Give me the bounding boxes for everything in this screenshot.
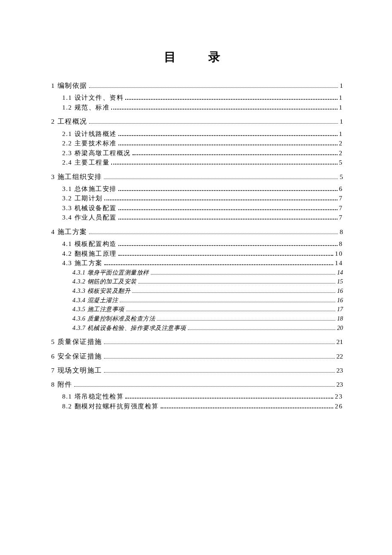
toc-leader	[132, 292, 335, 293]
toc-entry: 2.1 设计线路概述1	[51, 129, 343, 139]
toc-label: 3.1 总体施工安排	[62, 184, 117, 194]
toc-leader	[120, 302, 335, 302]
toc-label: 3 施工组织安排	[51, 172, 102, 182]
toc-label: 2 工程概况	[51, 116, 87, 126]
toc-entry: 7 现场文明施工23	[51, 365, 343, 375]
toc-page: 20	[337, 324, 343, 333]
toc-leader	[104, 372, 335, 373]
toc-entry: 1.2 规范、标准1	[51, 103, 343, 113]
toc-leader	[104, 179, 338, 179]
toc-leader	[118, 135, 337, 136]
toc-page: 7	[339, 213, 343, 223]
toc-page: 15	[337, 277, 343, 286]
toc-entry: 3 施工组织安排5	[51, 172, 343, 182]
toc-page: 2	[339, 148, 343, 158]
toc-page: 8	[340, 227, 343, 237]
toc-label: 1.2 规范、标准	[62, 103, 110, 113]
toc-leader	[125, 398, 333, 399]
toc-entry: 3.4 作业人员配置7	[51, 213, 343, 223]
toc-page: 16	[337, 286, 343, 296]
toc-page: 17	[337, 305, 343, 314]
toc-label: 4.3.3 模板安装及翻升	[72, 286, 130, 296]
toc-entry: 8.2 翻模对拉螺杆抗剪强度检算26	[51, 402, 343, 411]
toc-label: 1 编制依据	[51, 81, 87, 90]
toc-page: 23	[335, 392, 343, 402]
toc-entry: 2 工程概况1	[51, 116, 343, 126]
toc-leader	[89, 234, 338, 234]
toc-label: 4.3.7 机械设备检验、操作要求及注意事项	[72, 324, 186, 333]
toc-page: 1	[340, 81, 343, 90]
toc-label: 8 附件	[51, 379, 72, 389]
toc-entry: 1 编制依据1	[51, 81, 343, 90]
toc-leader	[111, 164, 337, 165]
toc-entry: 4.3.7 机械设备检验、操作要求及注意事项20	[51, 324, 343, 333]
toc-page: 8	[339, 239, 343, 249]
toc-label: 7 现场文明施工	[51, 365, 102, 375]
toc-label: 3.3 机械设备配置	[62, 203, 117, 213]
toc-label: 4.3.2 钢筋的加工及安装	[72, 277, 137, 286]
toc-page: 6	[339, 184, 343, 194]
toc-label: 5 质量保证措施	[51, 337, 102, 347]
toc-page: 21	[337, 337, 343, 347]
toc-label: 4.3.4 混凝土灌注	[72, 296, 118, 305]
toc-leader	[118, 245, 337, 246]
toc-entry: 4.3.4 混凝土灌注16	[51, 296, 343, 305]
toc-leader	[74, 386, 335, 387]
toc-leader	[125, 99, 337, 100]
toc-page: 14	[337, 268, 343, 278]
toc-entry: 4.3.5 施工注意事项17	[51, 305, 343, 314]
toc-label: 3.4 作业人员配置	[62, 213, 117, 223]
toc-entry: 4.3.3 模板安装及翻升16	[51, 286, 343, 296]
toc-label: 4.3.1 墩身平面位置测量放样	[72, 268, 149, 278]
table-of-contents: 1 编制依据11.1 设计文件、资料11.2 规范、标准12 工程概况12.1 …	[51, 81, 343, 411]
toc-leader	[133, 154, 337, 155]
toc-page: 16	[337, 296, 343, 305]
toc-entry: 8.1 塔吊稳定性检算23	[51, 392, 343, 402]
page-title: 目 录	[51, 49, 343, 65]
toc-entry: 3.2 工期计划7	[51, 194, 343, 203]
toc-page: 23	[337, 365, 343, 375]
toc-entry: 4.3.2 钢筋的加工及安装15	[51, 277, 343, 286]
toc-label: 1.1 设计文件、资料	[62, 93, 124, 103]
toc-entry: 3.3 机械设备配置7	[51, 203, 343, 213]
toc-leader	[161, 408, 334, 408]
toc-label: 4.3.6 质量控制标准及检查方法	[72, 314, 155, 324]
toc-page: 1	[339, 103, 343, 113]
toc-entry: 6 安全保证措施22	[51, 351, 343, 361]
toc-entry: 2.4 主要工程量5	[51, 158, 343, 168]
toc-leader	[157, 320, 335, 321]
toc-page: 14	[335, 258, 343, 268]
toc-leader	[104, 264, 334, 265]
toc-leader	[151, 274, 336, 275]
toc-entry: 1.1 设计文件、资料1	[51, 93, 343, 103]
toc-leader	[188, 330, 336, 330]
toc-page: 26	[335, 402, 343, 411]
toc-entry: 3.1 总体施工安排6	[51, 184, 343, 194]
toc-label: 4 施工方案	[51, 227, 87, 237]
toc-leader	[118, 209, 337, 210]
toc-leader	[104, 344, 335, 344]
toc-leader	[118, 255, 334, 256]
toc-leader	[104, 199, 337, 200]
toc-entry: 2.2 主要技术标准2	[51, 139, 343, 148]
toc-leader	[89, 123, 338, 124]
toc-entry: 4.3.6 质量控制标准及检查方法18	[51, 314, 343, 324]
toc-page: 5	[339, 158, 343, 168]
toc-entry: 4.1 模板配置构造8	[51, 239, 343, 249]
toc-leader	[118, 219, 337, 220]
toc-label: 4.3 施工方案	[62, 258, 103, 268]
toc-entry: 4 施工方案8	[51, 227, 343, 237]
toc-leader	[126, 311, 336, 311]
toc-entry: 2.3 桥梁高墩工程概况2	[51, 148, 343, 158]
toc-page: 22	[337, 351, 343, 361]
toc-entry: 4.2 翻模施工原理10	[51, 249, 343, 259]
toc-entry: 4.3 施工方案14	[51, 258, 343, 268]
toc-page: 1	[340, 116, 343, 126]
toc-label: 4.2 翻模施工原理	[62, 249, 117, 259]
toc-label: 4.1 模板配置构造	[62, 239, 117, 249]
toc-label: 8.1 塔吊稳定性检算	[62, 392, 124, 402]
toc-page: 7	[339, 203, 343, 213]
toc-label: 2.1 设计线路概述	[62, 129, 117, 139]
toc-label: 4.3.5 施工注意事项	[72, 305, 124, 314]
toc-label: 2.2 主要技术标准	[62, 139, 117, 148]
